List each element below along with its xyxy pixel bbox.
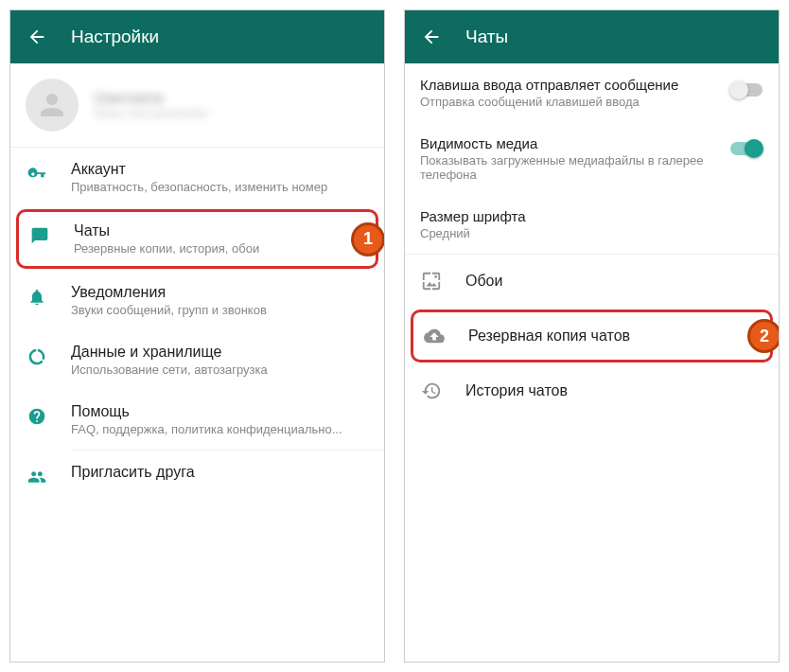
arrow-left-icon	[421, 27, 442, 47]
key-icon	[26, 163, 48, 186]
chat-history-row[interactable]: История чатов	[405, 364, 779, 417]
toggle-media-visibility[interactable]: Видимость медиа Показывать загруженные м…	[405, 122, 779, 195]
settings-item-help[interactable]: Помощь FAQ, поддержка, политика конфиден…	[10, 390, 384, 450]
bell-icon	[26, 286, 48, 309]
item-sub: Звуки сообщений, групп и звонков	[71, 303, 369, 317]
wallpaper-row[interactable]: Обои	[405, 255, 779, 308]
item-title: Уведомления	[71, 284, 369, 301]
toggle-title: Видимость медиа	[420, 135, 718, 151]
chats-settings-screen: Чаты Клавиша ввода отправляет сообщение …	[404, 9, 780, 663]
cloud-upload-icon	[423, 325, 446, 347]
row-title: История чатов	[465, 382, 568, 399]
settings-screen: Настройки Username Status text placehold…	[9, 9, 385, 663]
item-sub: FAQ, поддержка, политика конфиденциально…	[71, 422, 369, 436]
settings-item-notifications[interactable]: Уведомления Звуки сообщений, групп и зво…	[10, 271, 384, 330]
back-button[interactable]	[26, 26, 48, 48]
item-title: Пригласить друга	[71, 464, 369, 481]
data-usage-icon	[26, 345, 48, 368]
value-title: Размер шрифта	[420, 208, 763, 224]
item-sub: Использование сети, автозагрузка	[71, 363, 369, 377]
switch-on[interactable]	[729, 139, 763, 158]
settings-item-data[interactable]: Данные и хранилище Использование сети, а…	[10, 330, 384, 390]
history-icon	[420, 380, 443, 402]
switch-off[interactable]	[729, 80, 763, 99]
step-badge-1: 1	[351, 222, 384, 256]
help-icon	[26, 405, 48, 428]
wallpaper-icon	[420, 270, 443, 292]
avatar	[26, 79, 79, 132]
page-title: Настройки	[71, 27, 159, 47]
settings-content: Username Status text placeholder Аккаунт…	[10, 63, 384, 662]
item-title: Помощь	[71, 403, 369, 420]
page-title: Чаты	[465, 27, 508, 47]
toggle-enter-send[interactable]: Клавиша ввода отправляет сообщение Отпра…	[405, 63, 779, 122]
step-badge-2: 2	[747, 319, 779, 353]
row-title: Резервная копия чатов	[468, 327, 630, 345]
value-sub: Средний	[420, 226, 763, 240]
appbar: Настройки	[10, 10, 384, 63]
row-title: Обои	[465, 273, 502, 290]
people-icon	[26, 466, 48, 488]
arrow-left-icon	[26, 27, 47, 47]
back-button[interactable]	[420, 26, 443, 48]
profile-info: Username Status text placeholder	[94, 90, 209, 120]
item-title: Чаты	[74, 222, 366, 239]
toggle-title: Клавиша ввода отправляет сообщение	[420, 77, 718, 93]
item-title: Данные и хранилище	[71, 344, 369, 361]
toggle-sub: Отправка сообщений клавишей ввода	[420, 95, 718, 109]
settings-item-account[interactable]: Аккаунт Приватность, безопасность, измен…	[10, 148, 384, 207]
chat-backup-row-highlight: Резервная копия чатов 2	[411, 309, 773, 363]
person-icon	[35, 88, 69, 122]
profile-name: Username	[94, 90, 209, 107]
settings-item-invite[interactable]: Пригласить друга	[10, 451, 384, 502]
chat-icon	[28, 224, 51, 247]
appbar: Чаты	[405, 10, 779, 63]
profile-row[interactable]: Username Status text placeholder	[10, 63, 384, 148]
profile-status: Status text placeholder	[94, 107, 209, 120]
font-size-row[interactable]: Размер шрифта Средний	[405, 195, 779, 254]
item-sub: Резервные копии, история, обои	[74, 241, 366, 256]
chat-backup-row[interactable]: Резервная копия чатов	[413, 312, 770, 360]
settings-item-chats[interactable]: Чаты Резервные копии, история, обои 1	[16, 209, 378, 269]
toggle-sub: Показывать загруженные медиафайлы в гале…	[420, 153, 718, 182]
item-sub: Приватность, безопасность, изменить номе…	[71, 180, 369, 194]
chats-content: Клавиша ввода отправляет сообщение Отпра…	[405, 63, 779, 662]
item-title: Аккаунт	[71, 161, 369, 178]
